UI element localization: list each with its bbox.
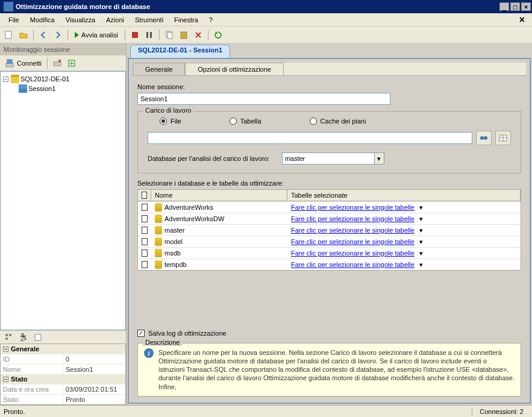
left-toolbar: Connetti [0,55,126,71]
table-row: masterFare clic per selezionare le singo… [138,224,521,236]
tree-session-node[interactable]: Session1 [19,84,123,93]
sort-icon[interactable]: AZ [17,331,30,344]
tab-options[interactable]: Opzioni di ottimizzazione [185,63,284,75]
radio-table[interactable]: Tabella [230,118,261,125]
checkbox-icon [142,192,147,199]
row-name: model [151,236,287,247]
menu-view[interactable]: Visualizza [61,15,100,25]
chevron-down-icon[interactable]: ▾ [417,203,425,212]
menu-file[interactable]: File [4,15,24,25]
prop-date-key: Data e ora crea [1,384,63,394]
menu-close-icon[interactable]: × [516,14,528,25]
chevron-down-icon[interactable]: ▾ [417,249,425,257]
select-tables-link[interactable]: Fare clic per selezionare le singole tab… [291,215,415,222]
select-tables-link[interactable]: Fare clic per selezionare le singole tab… [291,249,415,257]
row-name: AdventureWorksDW [151,213,287,224]
menu-edit[interactable]: Modifica [25,15,60,25]
inner-tabs: Generale Opzioni di ottimizzazione [133,63,526,76]
chevron-down-icon[interactable]: ▾ [417,237,425,246]
svg-rect-4 [167,33,172,39]
properties-toolbar: AZ [0,330,126,343]
close-button[interactable]: × [521,2,531,11]
workload-file-input[interactable] [148,132,472,144]
row-name: AdventureWorks [151,202,287,213]
row-checkbox[interactable] [138,225,151,235]
row-select-tables[interactable]: Fare clic per selezionare le singole tab… [287,202,521,213]
svg-rect-11 [9,334,11,336]
refresh-icon[interactable] [211,28,225,42]
minimize-button[interactable]: _ [499,2,509,11]
prop-date-val: 03/09/2012 01:51 [63,384,125,394]
delete-icon[interactable] [192,28,205,42]
menu-actions[interactable]: Azioni [101,15,129,25]
document-tab[interactable]: SQL2012-DE-01 - Session1 [130,45,230,58]
browse-file-button[interactable] [476,131,492,145]
select-tables-link[interactable]: Fare clic per selezionare le singole tab… [291,227,415,234]
session-tree[interactable]: − SQL2012-DE-01 Session1 [0,71,126,330]
copy-icon[interactable] [163,28,176,42]
database-icon [155,203,162,212]
row-select-tables[interactable]: Fare clic per selezionare le singole tab… [287,213,521,224]
import-icon[interactable] [65,57,78,70]
collapse-icon[interactable]: − [3,377,8,382]
header-check-all[interactable] [138,190,151,201]
info-icon: i [144,348,154,358]
tab-general[interactable]: Generale [133,63,185,75]
select-tables-link[interactable]: Fare clic per selezionare le singole tab… [291,261,415,268]
open-icon[interactable] [17,28,30,42]
props-icon[interactable] [31,331,45,344]
browse-table-button[interactable] [495,131,511,145]
row-select-tables[interactable]: Fare clic per selezionare le singole tab… [287,248,521,259]
row-checkbox[interactable] [138,248,151,258]
chevron-down-icon[interactable]: ▾ [417,226,425,234]
select-tables-link[interactable]: Fare clic per selezionare le singole tab… [291,238,415,245]
radio-icon [310,118,317,125]
maximize-button[interactable]: □ [510,2,520,11]
disconnect-icon[interactable] [51,57,64,70]
radio-file[interactable]: File [160,118,181,125]
svg-text:Z: Z [20,335,25,342]
prop-section-general[interactable]: − Generale [1,344,125,354]
menu-help[interactable]: ? [204,15,217,25]
row-checkbox[interactable] [138,237,151,246]
statusbar: Pronto. Connessioni: 2 [0,405,532,417]
play-icon [75,32,79,38]
collapse-icon[interactable]: − [3,77,8,82]
tree-server-node[interactable]: − SQL2012-DE-01 [3,74,123,84]
connect-button[interactable]: Connetti [2,58,44,68]
prop-name-val: Session1 [63,365,125,374]
workload-db-combo[interactable]: master ▾ [282,152,384,165]
chevron-down-icon[interactable]: ▾ [417,260,425,269]
row-select-tables[interactable]: Fare clic per selezionare le singole tab… [287,259,521,270]
chevron-down-icon: ▾ [374,153,384,164]
database-icon [155,249,162,257]
description-label: Descrizione [143,339,182,346]
menu-tools[interactable]: Strumenti [130,15,168,25]
new-session-icon[interactable] [2,28,16,42]
stop-button[interactable] [128,28,142,42]
categorize-icon[interactable] [2,331,16,344]
radio-plan-cache[interactable]: Cache dei piani [310,118,366,125]
start-analysis-button[interactable]: Avvia analisi [71,31,122,39]
pause-icon[interactable] [143,28,156,42]
nav-back-icon[interactable] [37,28,50,42]
stop-icon [132,32,138,38]
select-tables-link[interactable]: Fare clic per selezionare le singole tab… [291,204,415,211]
prop-section-state[interactable]: − Stato [1,374,125,384]
row-checkbox[interactable] [138,214,151,224]
paste-icon[interactable] [177,28,190,42]
header-name[interactable]: Nome [151,190,287,201]
row-checkbox[interactable] [138,260,151,269]
row-select-tables[interactable]: Fare clic per selezionare le singole tab… [287,236,521,247]
menu-window[interactable]: Finestra [169,15,203,25]
header-selected[interactable]: Tabelle selezionate [287,190,521,201]
save-log-checkbox[interactable] [137,330,145,337]
nav-fwd-icon[interactable] [51,28,64,42]
collapse-icon[interactable]: − [3,346,8,352]
svg-rect-7 [7,60,12,63]
row-select-tables[interactable]: Fare clic per selezionare le singole tab… [287,225,521,236]
row-checkbox[interactable] [138,202,151,212]
app-icon [4,2,13,11]
chevron-down-icon[interactable]: ▾ [417,215,425,223]
session-name-input[interactable] [137,93,390,105]
